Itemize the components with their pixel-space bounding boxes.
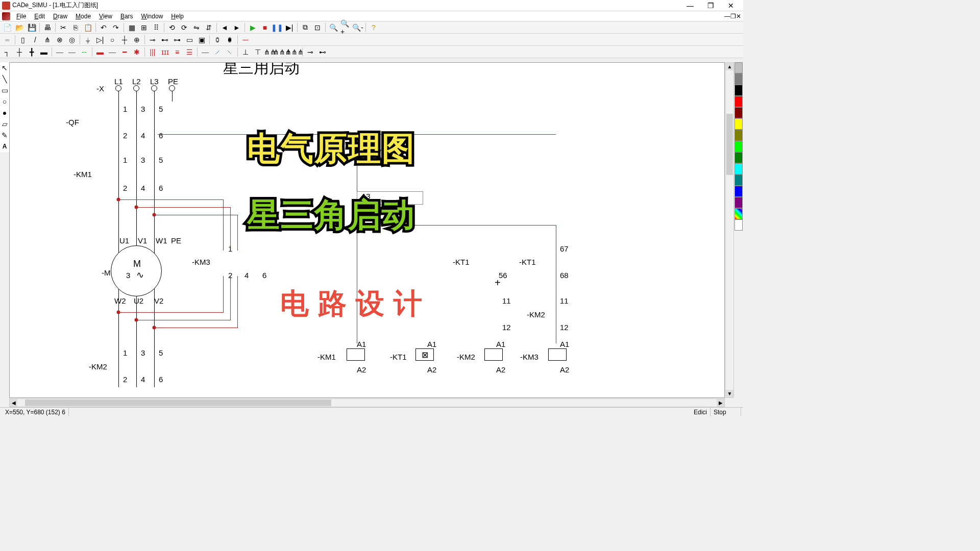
color-purple[interactable]	[734, 197, 743, 208]
color-olive[interactable]	[734, 130, 743, 141]
vertical-scrollbar[interactable]: ▲ ▼	[725, 62, 734, 398]
rect-tool[interactable]: ▭	[0, 85, 9, 96]
contact-nc-icon[interactable]: ⊤	[252, 46, 263, 58]
color-rainbow[interactable]	[734, 208, 743, 219]
help-button[interactable]: ?	[368, 22, 379, 33]
line-thick1-icon[interactable]: ▬	[94, 46, 106, 58]
breaker-1p-icon[interactable]: ⎓	[2, 34, 13, 45]
wire-cross-icon[interactable]: ┼	[14, 46, 25, 58]
canvas[interactable]: 星三用启动 L1 L2 L3 PE -X -QF 1 3 5 2 4 6 -KM…	[9, 62, 725, 398]
display-icon[interactable]: ⧮	[212, 34, 223, 45]
menu-draw[interactable]: Draw	[49, 12, 71, 21]
color-blue[interactable]	[734, 186, 743, 197]
color-white[interactable]	[734, 219, 743, 231]
wire-tee-icon[interactable]: ╋	[26, 46, 37, 58]
zoom-in-button[interactable]: 🔍+	[340, 22, 351, 33]
color-maroon[interactable]	[734, 107, 743, 118]
scroll-thumb-h[interactable]	[25, 399, 331, 406]
save-button[interactable]: 💾	[26, 22, 37, 33]
color-teal[interactable]	[734, 174, 743, 186]
ground-icon[interactable]: ⏚	[82, 34, 93, 45]
document-icon[interactable]	[2, 12, 10, 20]
scroll-up-icon[interactable]: ▲	[726, 63, 733, 70]
scroll-right-icon[interactable]: ▶	[717, 399, 724, 407]
mdi-restore-button[interactable]: ❐	[730, 13, 736, 20]
color-lime[interactable]	[734, 141, 743, 152]
horizontal-scrollbar[interactable]: ◀ ▶	[9, 398, 725, 407]
line-thick3-icon[interactable]: ━	[119, 46, 130, 58]
color-gray[interactable]	[734, 73, 743, 85]
switch-icon[interactable]: ⊸	[147, 34, 158, 45]
fuse-icon[interactable]: ▯	[17, 34, 29, 45]
polygon-tool[interactable]: ▱	[0, 118, 9, 130]
scroll-thumb-v[interactable]	[726, 114, 733, 175]
menu-help[interactable]: Help	[167, 12, 188, 21]
color-green[interactable]	[734, 152, 743, 163]
minimize-button[interactable]: —	[680, 1, 700, 11]
link-close-icon[interactable]: ⊷	[317, 46, 328, 58]
pushbutton-icon[interactable]: ⊷	[159, 34, 170, 45]
coil-set-icon[interactable]: ⋔⋔⋔	[289, 46, 300, 58]
link-open-icon[interactable]: ⊸	[305, 46, 316, 58]
next-page-icon[interactable]: ►	[231, 22, 242, 33]
disconnect-icon[interactable]: /	[30, 34, 41, 45]
snap-button[interactable]: ⊞	[138, 22, 150, 33]
line-tool[interactable]: ╲	[0, 73, 9, 85]
bus-3-icon[interactable]: |||	[147, 46, 158, 58]
scroll-down-icon[interactable]: ▼	[726, 390, 733, 397]
line-red-icon[interactable]: —	[54, 46, 65, 58]
menu-window[interactable]: Window	[137, 12, 167, 21]
zoom-fit-button[interactable]: 🔍	[328, 22, 339, 33]
line-star-icon[interactable]: ✱	[131, 46, 142, 58]
grid-button[interactable]: ▦	[126, 22, 137, 33]
mdi-close-button[interactable]: ✕	[736, 13, 741, 20]
wire-bold-icon[interactable]: ▬	[38, 46, 50, 58]
menu-file[interactable]: File	[12, 12, 30, 21]
menu-view[interactable]: View	[95, 12, 116, 21]
color-gray-light[interactable]	[734, 62, 743, 73]
paste-button[interactable]: 📋	[82, 22, 93, 33]
bus-4-icon[interactable]: ≡	[172, 46, 183, 58]
line-green-icon[interactable]: --	[79, 46, 90, 58]
menu-bars[interactable]: Bars	[116, 12, 137, 21]
color-red[interactable]	[734, 96, 743, 107]
color-cyan[interactable]	[734, 163, 743, 174]
pause-button[interactable]: ❚❚	[272, 22, 283, 33]
print-button[interactable]: 🖶	[42, 22, 53, 33]
conn-3-icon[interactable]: ⟍	[224, 46, 235, 58]
rotate-left-icon[interactable]: ⟲	[166, 22, 178, 33]
wire-corner-icon[interactable]: ┐	[2, 46, 13, 58]
redo-button[interactable]: ↷	[110, 22, 121, 33]
maximize-button[interactable]: ❐	[700, 1, 721, 11]
line-thick2-icon[interactable]: —	[107, 46, 118, 58]
transformer-icon[interactable]: ▣	[196, 34, 207, 45]
rotate-right-icon[interactable]: ⟳	[179, 22, 190, 33]
scroll-left-icon[interactable]: ◀	[10, 399, 17, 407]
limit-switch-icon[interactable]: ⊶	[172, 34, 183, 45]
wire-red-icon[interactable]: —	[240, 34, 251, 45]
play-button[interactable]: ▶	[247, 22, 258, 33]
motor-protect-icon[interactable]: ◎	[66, 34, 78, 45]
bus-3s-icon[interactable]: ɪɪɪ	[159, 46, 170, 58]
stop-button[interactable]: ■	[259, 22, 271, 33]
menu-edit[interactable]: Edit	[30, 12, 49, 21]
close-button[interactable]: ✕	[721, 1, 741, 11]
flip-v-icon[interactable]: ⇵	[203, 22, 214, 33]
cross-icon[interactable]: ⊕	[131, 34, 142, 45]
menu-mode[interactable]: Mode	[71, 12, 95, 21]
conn-2-icon[interactable]: ⟋	[212, 46, 223, 58]
conn-1-icon[interactable]: —	[200, 46, 211, 58]
flip-h-icon[interactable]: ⇋	[191, 22, 202, 33]
color-yellow[interactable]	[734, 118, 743, 130]
undo-button[interactable]: ↶	[98, 22, 109, 33]
zoom-out-button[interactable]: 🔍-	[352, 22, 363, 33]
box-component-icon[interactable]: ▭	[184, 34, 195, 45]
prev-page-icon[interactable]: ◄	[219, 22, 230, 33]
copy-button[interactable]: ⎘	[70, 22, 81, 33]
new-button[interactable]: 📄	[2, 22, 13, 33]
relay-icon[interactable]: ⊗	[54, 34, 65, 45]
edit-tool[interactable]: ✎	[0, 130, 9, 141]
open-button[interactable]: 📂	[14, 22, 25, 33]
ellipse-tool[interactable]: ○	[0, 96, 9, 107]
mdi-minimize-button[interactable]: —	[724, 13, 730, 20]
